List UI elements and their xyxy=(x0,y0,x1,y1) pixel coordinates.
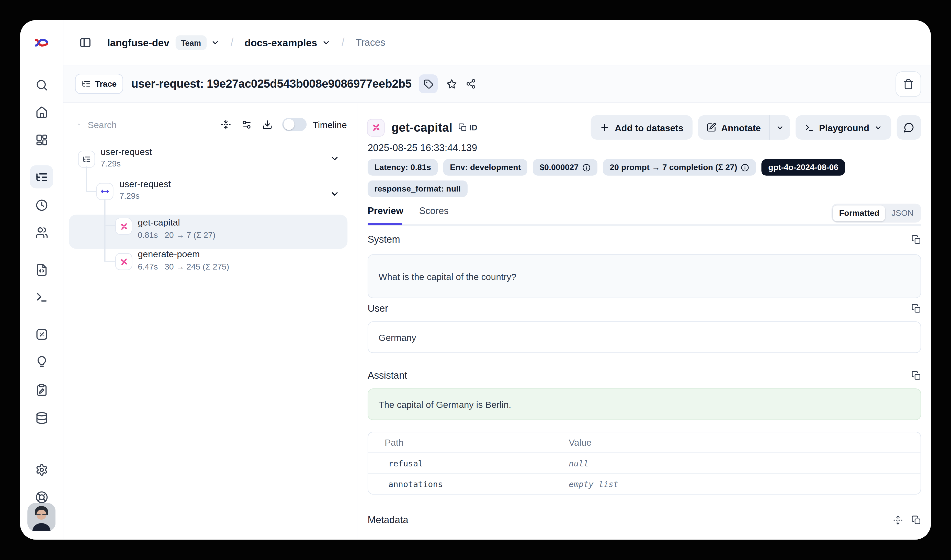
node-stats: 0.81s20 → 7 (Σ 27) xyxy=(138,231,215,240)
langfuse-logo-icon xyxy=(34,37,49,48)
observation-timestamp: 2025-08-25 16:33:44.139 xyxy=(368,143,477,154)
trace-tree-icon xyxy=(82,79,91,88)
screen: langfuse-dev Team / docs-examples / Trac… xyxy=(0,0,951,560)
project-chevron-down-icon[interactable] xyxy=(322,38,331,47)
annotate-button[interactable]: Annotate xyxy=(698,115,769,140)
node-label: generate-poem xyxy=(138,249,200,259)
plus-icon xyxy=(600,123,610,132)
span-node-icon xyxy=(96,183,114,200)
info-icon[interactable] xyxy=(741,163,749,172)
tabs-divider xyxy=(368,225,921,226)
cell-path: refusal xyxy=(368,453,569,473)
node-chevron-down-icon[interactable] xyxy=(330,154,340,163)
user-message-text: Germany xyxy=(379,332,416,342)
rail-settings-gear-icon[interactable] xyxy=(30,458,53,481)
section-title: Assistant xyxy=(368,370,407,381)
view-settings-sliders-button[interactable] xyxy=(241,119,252,130)
tab-preview[interactable]: Preview xyxy=(368,206,403,217)
breadcrumb-org[interactable]: langfuse-dev xyxy=(108,37,169,48)
annotate-split-button: Annotate xyxy=(698,115,790,140)
view-tabs: Preview Scores xyxy=(368,206,449,217)
download-button[interactable] xyxy=(262,119,272,130)
app-window: langfuse-dev Team / docs-examples / Trac… xyxy=(20,20,931,540)
model-badge[interactable]: gpt-4o-2024-08-06 xyxy=(762,159,845,175)
section-title: System xyxy=(368,234,400,245)
rail-traces-icon[interactable] xyxy=(30,165,53,188)
trace-type-badge: Trace xyxy=(75,74,123,94)
user-section-header: User xyxy=(368,302,921,315)
rail-prompts-file-code-icon[interactable] xyxy=(30,258,53,281)
node-stats: 6.47s30 → 245 (Σ 275) xyxy=(138,262,229,271)
breadcrumb-separator: / xyxy=(230,36,233,49)
delete-trace-button[interactable] xyxy=(896,71,921,97)
chevron-down-icon xyxy=(874,123,882,131)
rail-playground-terminal-icon[interactable] xyxy=(30,285,53,309)
format-json-option[interactable]: JSON xyxy=(886,209,920,218)
copy-button[interactable] xyxy=(911,304,921,314)
format-formatted-option[interactable]: Formatted xyxy=(833,205,886,221)
breadcrumb-page[interactable]: Traces xyxy=(356,37,385,48)
top-bar: langfuse-dev Team / docs-examples / Trac… xyxy=(63,20,931,66)
annotate-dropdown-chevron[interactable] xyxy=(770,115,791,140)
timeline-toggle[interactable] xyxy=(282,118,306,131)
breadcrumb-separator: / xyxy=(342,36,345,49)
copy-button[interactable] xyxy=(911,515,921,525)
user-avatar[interactable] xyxy=(27,503,55,531)
trace-tree-panel: Timeline user-request 7.29s user-request… xyxy=(63,103,357,540)
add-to-datasets-button[interactable]: Add to datasets xyxy=(591,115,692,140)
rail-search-button[interactable] xyxy=(30,73,53,96)
output-properties-table: Path Value refusal null annotations empt… xyxy=(368,432,921,495)
tree-node-get-capital-selected[interactable]: get-capital 0.81s20 → 7 (Σ 27) xyxy=(69,215,348,249)
expand-unfold-button[interactable] xyxy=(893,515,903,525)
search-input[interactable] xyxy=(86,118,210,130)
trace-title: user-request: 19e27ac025d543b008e9086977… xyxy=(131,77,411,91)
rail-users-icon[interactable] xyxy=(30,221,53,244)
rail-home-button[interactable] xyxy=(30,100,53,124)
section-title: Metadata xyxy=(368,515,408,526)
tag-icon xyxy=(423,79,433,89)
bookmark-star-button[interactable] xyxy=(446,78,457,89)
tag-button[interactable] xyxy=(419,74,438,93)
org-chevron-down-icon[interactable] xyxy=(211,38,219,47)
comment-button[interactable] xyxy=(897,115,921,140)
node-label: user-request xyxy=(100,146,152,157)
env-badge: Env: development xyxy=(443,159,528,175)
generation-icon xyxy=(367,118,385,136)
message-bubble-icon xyxy=(903,122,914,133)
table-header-row: Path Value xyxy=(368,432,920,453)
assistant-message-box: The capital of Germany is Berlin. xyxy=(368,388,921,420)
rail-annotation-clipboard-pen-icon[interactable] xyxy=(30,378,53,401)
breadcrumb-project[interactable]: docs-examples xyxy=(245,37,317,48)
observation-detail-panel: get-capital ID Add to datasets Annotate xyxy=(357,103,931,540)
tree-connector xyxy=(86,191,96,192)
tree-toolbar: Timeline xyxy=(63,110,357,139)
section-title: User xyxy=(368,303,388,314)
rail-dashboard-icon[interactable] xyxy=(30,128,53,151)
node-chevron-down-icon[interactable] xyxy=(330,189,340,199)
rail-scores-percent-icon[interactable] xyxy=(30,322,53,346)
info-icon[interactable] xyxy=(582,163,591,172)
collapse-all-button[interactable] xyxy=(221,119,231,130)
assistant-message-text: The capital of Germany is Berlin. xyxy=(379,399,511,410)
system-message-text: What is the capital of the country? xyxy=(379,271,516,282)
star-icon xyxy=(446,78,457,89)
toggle-knob xyxy=(283,119,294,130)
generation-node-icon xyxy=(115,253,132,270)
playground-button[interactable]: Playground xyxy=(796,115,891,140)
tree-connector xyxy=(104,199,105,262)
rail-datasets-database-icon[interactable] xyxy=(30,406,53,429)
rail-sessions-clock-icon[interactable] xyxy=(30,193,53,217)
copy-button[interactable] xyxy=(911,235,921,245)
share-button[interactable] xyxy=(466,79,476,89)
tab-scores[interactable]: Scores xyxy=(419,206,449,217)
rail-evals-lightbulb-icon[interactable] xyxy=(30,350,53,373)
copy-icon xyxy=(459,123,467,132)
user-message-box: Germany xyxy=(368,322,921,353)
search-icon xyxy=(78,119,80,130)
sidebar-toggle-button[interactable] xyxy=(79,37,92,49)
node-label: user-request xyxy=(119,179,171,189)
copy-id-button[interactable]: ID xyxy=(459,123,477,132)
metadata-section-header: Metadata xyxy=(368,515,921,526)
trace-title-bar: Trace user-request: 19e27ac025d543b008e9… xyxy=(63,65,931,103)
copy-button[interactable] xyxy=(911,371,921,380)
